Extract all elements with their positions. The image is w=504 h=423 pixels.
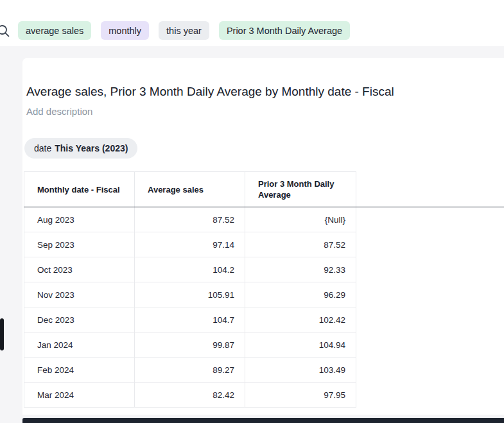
search-token-measure[interactable]: average sales <box>18 21 91 40</box>
cell-avg: 104.7 <box>135 307 245 332</box>
cell-date: Dec 2023 <box>24 307 135 332</box>
column-header-empty <box>356 171 504 207</box>
cell-prior: 87.52 <box>245 232 356 257</box>
cell-avg: 99.87 <box>135 332 245 358</box>
table-row[interactable]: Oct 2023 104.2 92.33 <box>24 257 504 282</box>
column-header-prior[interactable]: Prior 3 Month Daily Average <box>245 171 356 207</box>
cell-avg: 87.52 <box>135 207 245 232</box>
table-row[interactable]: Jan 2024 99.87 104.94 <box>24 332 504 358</box>
cell-avg: 82.42 <box>135 383 245 408</box>
cell-date: Aug 2023 <box>24 207 135 232</box>
search-token-daterange[interactable]: this year <box>159 21 209 40</box>
cell-prior: 102.42 <box>245 307 356 332</box>
bottom-panel-edge <box>22 418 504 423</box>
column-header-date[interactable]: Monthly date - Fiscal <box>24 171 135 207</box>
search-icon <box>0 21 10 40</box>
cell-date: Mar 2024 <box>24 383 135 408</box>
answer-title: Average sales, Prior 3 Month Daily Avera… <box>26 83 491 100</box>
column-header-avg[interactable]: Average sales <box>135 171 245 207</box>
filter-prefix: date <box>34 143 51 153</box>
filter-value: This Years (2023) <box>55 143 128 153</box>
cell-date: Jan 2024 <box>24 332 135 358</box>
cell-avg: 97.14 <box>135 232 245 257</box>
cell-prior: 104.94 <box>245 332 356 358</box>
cell-prior: 92.33 <box>245 257 356 282</box>
cell-date: Nov 2023 <box>24 282 135 307</box>
cell-date: Feb 2024 <box>24 358 135 383</box>
cell-prior: 103.49 <box>245 358 356 383</box>
cell-date: Sep 2023 <box>24 232 135 257</box>
cell-avg: 104.2 <box>135 257 245 282</box>
results-table: Monthly date - Fiscal Average sales Prio… <box>24 171 504 408</box>
table-row[interactable]: Feb 2024 89.27 103.49 <box>24 358 504 383</box>
cell-empty <box>356 358 504 383</box>
cell-prior: {Null} <box>245 207 356 232</box>
left-scrollbar-thumb[interactable] <box>0 318 4 350</box>
cell-prior: 96.29 <box>245 282 356 307</box>
answer-card: Average sales, Prior 3 Month Daily Avera… <box>22 58 504 415</box>
cell-empty <box>356 232 504 257</box>
cell-empty <box>356 207 504 232</box>
cell-empty <box>356 332 504 358</box>
cell-prior: 97.95 <box>245 383 356 408</box>
table-row[interactable]: Sep 2023 97.14 87.52 <box>24 232 504 257</box>
cell-date: Oct 2023 <box>24 257 135 282</box>
search-token-period[interactable]: monthly <box>101 21 149 40</box>
table-body: Aug 2023 87.52 {Null} Sep 2023 97.14 87.… <box>24 207 504 408</box>
cell-avg: 105.91 <box>135 282 245 307</box>
table-row[interactable]: Mar 2024 82.42 97.95 <box>24 383 504 408</box>
search-token-formula[interactable]: Prior 3 Month Daily Average <box>219 21 350 40</box>
cell-avg: 89.27 <box>135 358 245 383</box>
cell-empty <box>356 307 504 332</box>
table-row[interactable]: Nov 2023 105.91 96.29 <box>24 282 504 307</box>
table-row[interactable]: Aug 2023 87.52 {Null} <box>24 207 504 232</box>
search-bar[interactable]: average sales monthly this year Prior 3 … <box>0 0 504 46</box>
search-token-list: average sales monthly this year Prior 3 … <box>18 21 350 40</box>
cell-empty <box>356 282 504 307</box>
table-header-row: Monthly date - Fiscal Average sales Prio… <box>24 171 504 207</box>
add-description-link[interactable]: Add description <box>26 106 92 117</box>
date-filter-chip[interactable]: date This Years (2023) <box>24 138 137 159</box>
table-row[interactable]: Dec 2023 104.7 102.42 <box>24 307 504 332</box>
cell-empty <box>356 383 504 408</box>
cell-empty <box>356 257 504 282</box>
